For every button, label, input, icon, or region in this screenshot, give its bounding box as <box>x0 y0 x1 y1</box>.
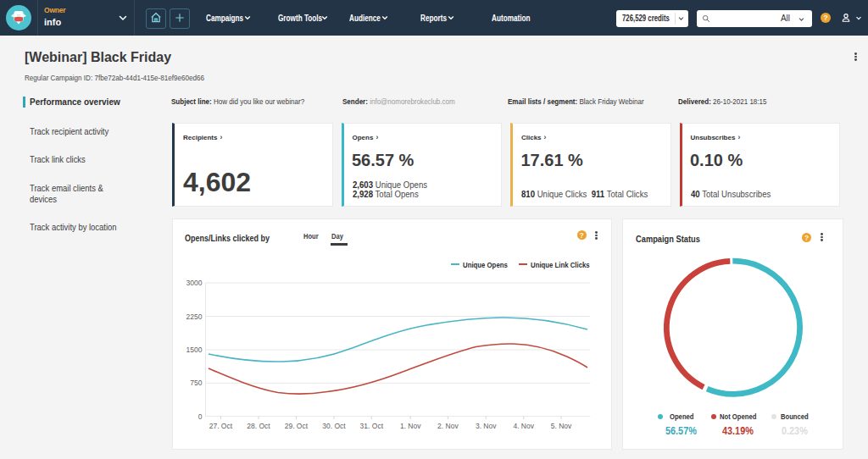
svg-text:3. Nov: 3. Nov <box>476 422 497 430</box>
svg-text:3000: 3000 <box>186 279 203 287</box>
svg-text:4. Nov: 4. Nov <box>513 422 534 430</box>
svg-text:0: 0 <box>198 412 203 421</box>
svg-text:29. Oct: 29. Oct <box>285 422 309 430</box>
svg-text:30. Oct: 30. Oct <box>322 422 346 430</box>
svg-text:31. Oct: 31. Oct <box>360 422 384 430</box>
svg-text:750: 750 <box>190 379 202 387</box>
svg-text:27. Oct: 27. Oct <box>209 422 233 430</box>
svg-text:1. Nov: 1. Nov <box>400 422 421 430</box>
svg-text:5. Nov: 5. Nov <box>551 422 572 430</box>
svg-text:2. Nov: 2. Nov <box>437 422 459 430</box>
svg-text:28. Oct: 28. Oct <box>247 422 270 430</box>
svg-text:1500: 1500 <box>186 346 203 354</box>
svg-text:2250: 2250 <box>186 312 203 321</box>
